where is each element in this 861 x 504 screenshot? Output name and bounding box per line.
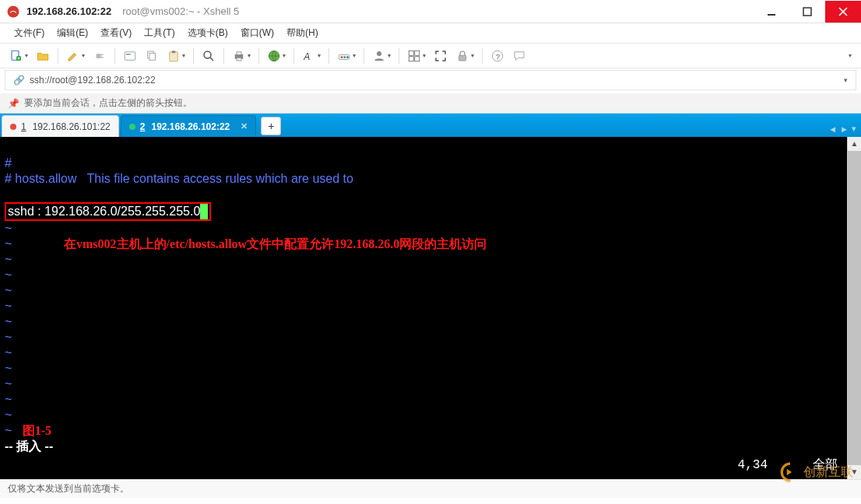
session-tab-1[interactable]: 1 192.168.26.101:22 [2, 115, 119, 137]
tab-number: 1 [21, 121, 26, 132]
vim-mode-line: -- 插入 -- [5, 439, 53, 453]
user-icon [372, 49, 386, 63]
svg-point-20 [343, 56, 346, 58]
tab-menu-icon[interactable]: ▾ [852, 124, 856, 134]
link-icon: 🔗 [13, 75, 25, 86]
find-button[interactable] [199, 46, 219, 66]
figure-label: 图1-5 [23, 424, 51, 437]
separator [482, 48, 483, 64]
svg-rect-25 [409, 56, 413, 61]
svg-rect-1 [768, 14, 775, 16]
menu-window[interactable]: 窗口(W) [234, 24, 280, 42]
scroll-up-icon[interactable]: ▲ [848, 137, 861, 151]
terminal-pane[interactable]: # # hosts.allow This file contains acces… [0, 137, 861, 479]
vim-tilde: ~ [5, 299, 12, 313]
card-icon [123, 49, 137, 63]
separator [329, 48, 329, 64]
tab-next-icon[interactable]: ► [840, 124, 849, 134]
svg-rect-11 [172, 51, 176, 53]
cursor [200, 204, 208, 219]
question-icon: ? [490, 49, 504, 63]
menu-edit[interactable]: 编辑(E) [51, 24, 94, 42]
bookmark-add-icon[interactable]: 📌 [8, 98, 19, 109]
svg-rect-7 [126, 54, 131, 55]
chat-button[interactable] [509, 46, 529, 66]
language-button[interactable]: ▾ [264, 46, 289, 66]
separator [114, 48, 115, 64]
paste-icon [167, 49, 181, 63]
menu-help[interactable]: 帮助(H) [280, 24, 325, 42]
scroll-percent: 全部 [813, 457, 838, 473]
tab-prev-icon[interactable]: ◄ [828, 124, 837, 134]
tab-number: 2 [140, 121, 146, 132]
open-button[interactable] [33, 46, 53, 66]
separator [364, 48, 364, 64]
search-icon [202, 49, 216, 63]
tab-close-icon[interactable]: ✕ [241, 121, 248, 131]
svg-rect-14 [237, 51, 241, 54]
terminal-content: # # hosts.allow This file contains acces… [0, 137, 861, 457]
help-button[interactable]: ? [487, 46, 508, 66]
title-bar: 192.168.26.102:22 root@vms002:~ - Xshell… [0, 0, 861, 23]
svg-rect-23 [409, 51, 413, 55]
window-controls [754, 1, 861, 23]
reconnect-button[interactable]: ▾ [63, 46, 88, 66]
minimize-button[interactable] [754, 1, 789, 23]
color-button[interactable]: ▾ [334, 46, 359, 66]
font-icon: A [302, 49, 316, 63]
separator [58, 48, 58, 64]
printer-icon [232, 49, 246, 63]
svg-rect-24 [415, 51, 420, 55]
copy-button[interactable] [142, 46, 162, 66]
folder-icon [36, 49, 50, 63]
copy-icon [145, 49, 159, 63]
maximize-button[interactable] [789, 1, 825, 23]
svg-rect-9 [149, 53, 156, 60]
toolbar-overflow[interactable]: ▾ [844, 46, 855, 66]
user-button[interactable]: ▾ [369, 46, 394, 66]
chat-icon [512, 49, 526, 63]
menu-view[interactable]: 查看(V) [94, 24, 138, 42]
address-bar[interactable]: 🔗 ssh://root@192.168.26.102:22 ▾ [5, 70, 856, 90]
separator [223, 48, 224, 64]
print-button[interactable]: ▾ [229, 46, 254, 66]
layout-button[interactable]: ▾ [404, 46, 429, 66]
fullscreen-button[interactable] [430, 46, 451, 66]
pencil-icon [66, 49, 80, 63]
paste-button[interactable]: ▾ [163, 46, 188, 66]
menu-tab[interactable]: 选项卡(B) [181, 24, 234, 42]
status-dot-connected [129, 124, 135, 130]
separator [258, 48, 259, 64]
scroll-down-icon[interactable]: ▼ [848, 465, 861, 479]
vim-tilde: ~ [5, 393, 12, 406]
font-button[interactable]: A▾ [299, 46, 324, 66]
vim-tilde: ~ [5, 315, 12, 328]
svg-rect-26 [415, 56, 420, 61]
lock-button[interactable]: ▾ [452, 46, 477, 66]
info-text: 要添加当前会话，点击左侧的箭头按钮。 [24, 96, 192, 110]
vertical-scrollbar[interactable]: ▲ ▼ [847, 137, 861, 479]
svg-text:?: ? [496, 51, 501, 60]
fullscreen-icon [434, 49, 448, 63]
new-session-button[interactable]: ▾ [6, 46, 31, 66]
close-button[interactable] [825, 1, 861, 23]
status-text: 仅将文本发送到当前选项卡。 [8, 482, 129, 495]
vim-tilde: ~ [5, 284, 12, 297]
menu-file[interactable]: 文件(F) [8, 24, 51, 42]
session-tab-2[interactable]: 2 192.168.26.102:22 ✕ [121, 115, 256, 137]
disconnect-button[interactable] [90, 46, 110, 66]
maximize-icon [803, 7, 812, 16]
menu-bar: 文件(F) 编辑(E) 查看(V) 工具(T) 选项卡(B) 窗口(W) 帮助(… [0, 23, 861, 44]
properties-button[interactable] [120, 46, 140, 66]
lock-icon [455, 49, 469, 63]
scrollbar-thumb[interactable] [848, 151, 861, 465]
svg-point-22 [377, 51, 381, 56]
toolbar: ▾ ▾ ▾ ▾ ▾ A▾ ▾ ▾ ▾ ▾ ? ▾ [0, 44, 861, 68]
chevron-down-icon[interactable]: ▾ [844, 76, 848, 84]
menu-tools[interactable]: 工具(T) [138, 24, 181, 42]
svg-point-19 [341, 56, 343, 58]
globe-icon [267, 49, 281, 63]
vim-tilde: ~ [5, 362, 12, 375]
svg-rect-5 [97, 54, 101, 58]
add-tab-button[interactable]: + [261, 117, 281, 135]
